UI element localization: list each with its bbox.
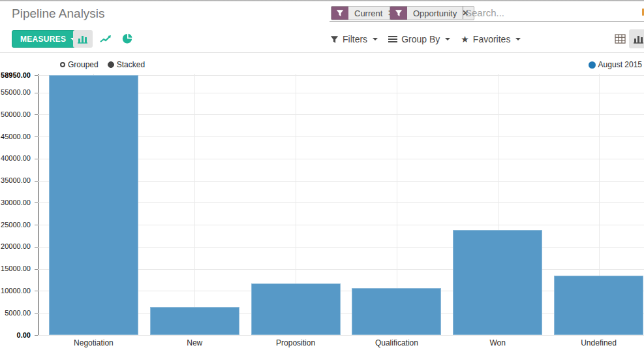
bar-new[interactable] [150,307,239,335]
radio-circle-icon [60,62,65,67]
view-switcher-pivot-button[interactable] [611,29,629,48]
filters-button[interactable]: Filters [330,34,378,44]
y-tick-label: 25000.00 [0,221,31,229]
bar-negotiation[interactable] [49,75,138,335]
funnel-icon [390,7,407,20]
y-tick-label: 45000.00 [0,133,31,141]
y-tick-label: 50000.00 [0,110,31,119]
funnel-icon [331,7,348,20]
bar-chart-icon [633,34,644,44]
bar-qualification[interactable] [352,288,441,335]
y-tick-label: 40000.00 [0,154,31,163]
x-axis: NegotiationNewPropositionQualificationWo… [38,338,644,351]
y-axis: 0.005000.0010000.0015000.0020000.0025000… [0,0,36,354]
chevron-down-icon [445,38,450,40]
chart-mode-controls: Grouped Stacked [60,60,145,69]
legend-label: August 2015 [598,60,642,69]
x-tick-label: Qualification [346,338,448,347]
pipeline-analysis-screen: Pipeline Analysis MEASURES Current ✕ Opp… [0,0,644,354]
chevron-down-icon [515,38,521,40]
filters-button-label: Filters [343,34,367,44]
y-tick-label: 20000.00 [0,242,31,251]
radio-circle-icon [108,61,114,68]
search-input[interactable] [465,5,638,20]
y-tick-label: 5000.00 [0,309,31,317]
stacked-mode-toggle[interactable]: Stacked [108,60,145,69]
list-lines-icon [388,35,397,43]
y-tick-label: 30000.00 [0,199,31,207]
grouped-mode-toggle[interactable]: Grouped [60,60,99,69]
bar-won[interactable] [453,230,542,335]
grouped-label: Grouped [68,60,99,69]
legend-item-august-2015[interactable]: August 2015 [589,60,642,69]
y-tick-label: 15000.00 [0,265,31,273]
line-chart-icon [100,34,112,44]
plot-area [38,75,644,335]
x-tick-label: Won [447,338,548,347]
chart-type-pie-button[interactable] [117,30,137,48]
favorites-button-label: Favorites [473,34,511,44]
facet-label: Current [348,7,386,20]
y-tick-label: 10000.00 [0,287,31,295]
search-facet-opportunity[interactable]: Opportunity ✕ [390,6,474,20]
chart-type-line-button[interactable] [96,30,115,48]
control-panel-divider [0,52,644,53]
bar-chart-icon [77,34,89,44]
group-by-button-label: Group By [401,34,440,44]
x-tick-label: Proposition [245,338,346,347]
bar-proposition[interactable] [251,283,341,335]
chevron-down-icon [373,38,378,40]
y-tick-label: 58950.00 [0,71,31,80]
search-bar-underline [330,21,644,22]
stacked-label: Stacked [117,60,145,69]
gridline [38,335,644,336]
star-icon: ★ [461,35,469,44]
x-tick-label: Negotiation [43,338,144,347]
x-tick-label: Undefined [548,338,644,347]
search-options-bar: Filters Group By ★ Favorites [330,31,521,48]
group-by-button[interactable]: Group By [388,34,450,44]
view-switcher-graph-button[interactable] [629,29,644,48]
y-tick-label: 0.00 [0,331,31,340]
y-tick-label: 35000.00 [0,176,31,185]
funnel-icon [330,35,339,44]
pivot-grid-icon [615,34,626,44]
gridline [194,74,195,335]
chart-type-bar-button[interactable] [73,30,93,48]
text-cursor [463,7,463,19]
window-top-edge [0,0,644,1]
y-tick-label: 55000.00 [0,88,31,97]
facet-label: Opportunity [407,7,461,20]
bar-undefined[interactable] [554,276,643,335]
x-tick-label: New [144,338,245,347]
favorites-button[interactable]: ★ Favorites [461,34,521,44]
legend-circle-icon [589,61,596,69]
pie-chart-icon [122,33,133,44]
